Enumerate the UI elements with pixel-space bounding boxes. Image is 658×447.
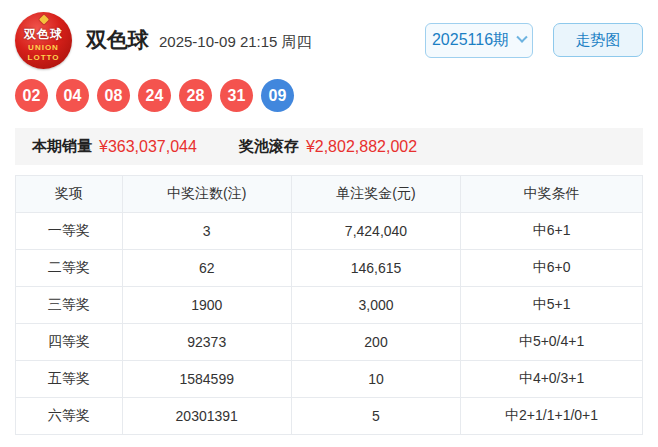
title-block: 双色球 2025-10-09 21:15 周四 <box>86 26 425 54</box>
table-cell: 三等奖 <box>16 287 123 324</box>
table-cell: 10 <box>291 361 460 398</box>
table-cell: 200 <box>291 324 460 361</box>
table-cell: 中4+0/3+1 <box>461 361 643 398</box>
column-header: 单注奖金(元) <box>291 176 460 213</box>
lottery-results-page: 双色球 UNION LOTTO 双色球 2025-10-09 21:15 周四 … <box>0 0 658 447</box>
prize-table-head: 奖项中奖注数(注)单注奖金(元)中奖条件 <box>16 176 643 213</box>
table-cell: 五等奖 <box>16 361 123 398</box>
lantern-icon <box>37 13 50 26</box>
table-row: 三等奖19003,000中5+1 <box>16 287 643 324</box>
logo-text-union: UNION <box>28 43 59 52</box>
draw-datetime: 2025-10-09 21:15 周四 <box>159 33 312 52</box>
table-row: 六等奖203013915中2+1/1+1/0+1 <box>16 398 643 435</box>
lottery-ball-red: 24 <box>138 79 171 112</box>
union-lotto-logo: 双色球 UNION LOTTO <box>15 12 72 69</box>
pool-value: ¥2,802,882,002 <box>306 138 417 156</box>
table-row: 五等奖158459910中4+0/3+1 <box>16 361 643 398</box>
table-cell: 六等奖 <box>16 398 123 435</box>
prize-table: 奖项中奖注数(注)单注奖金(元)中奖条件 一等奖37,424,040中6+1二等… <box>15 175 643 435</box>
page-title: 双色球 <box>86 26 149 54</box>
table-cell: 中5+0/4+1 <box>461 324 643 361</box>
table-cell: 7,424,040 <box>291 213 460 250</box>
table-cell: 四等奖 <box>16 324 123 361</box>
lottery-ball-red: 02 <box>15 79 48 112</box>
lottery-ball-red: 04 <box>56 79 89 112</box>
table-row: 二等奖62146,615中6+0 <box>16 250 643 287</box>
logo-text-lotto: LOTTO <box>28 53 60 62</box>
table-cell: 5 <box>291 398 460 435</box>
lottery-ball-red: 28 <box>179 79 212 112</box>
table-row: 一等奖37,424,040中6+1 <box>16 213 643 250</box>
header-actions: 2025116期 走势图 <box>425 23 643 58</box>
table-cell: 3,000 <box>291 287 460 324</box>
summary-bar: 本期销量 ¥363,037,044 奖池滚存 ¥2,802,882,002 <box>15 128 643 165</box>
table-row: 四等奖92373200中5+0/4+1 <box>16 324 643 361</box>
prize-table-body: 一等奖37,424,040中6+1二等奖62146,615中6+0三等奖1900… <box>16 213 643 435</box>
sales-label: 本期销量 <box>32 137 92 156</box>
table-cell: 中6+1 <box>461 213 643 250</box>
table-cell: 146,615 <box>291 250 460 287</box>
table-cell: 3 <box>122 213 291 250</box>
winning-numbers-row: 02040824283109 <box>0 70 658 112</box>
sales-value: ¥363,037,044 <box>99 138 197 156</box>
header: 双色球 UNION LOTTO 双色球 2025-10-09 21:15 周四 … <box>0 0 658 70</box>
table-cell: 20301391 <box>122 398 291 435</box>
chevron-down-icon <box>516 32 527 43</box>
table-cell: 中6+0 <box>461 250 643 287</box>
issue-selector-label: 2025116期 <box>432 30 509 51</box>
lottery-ball-blue: 09 <box>261 79 294 112</box>
header-row: 奖项中奖注数(注)单注奖金(元)中奖条件 <box>16 176 643 213</box>
table-cell: 一等奖 <box>16 213 123 250</box>
column-header: 中奖条件 <box>461 176 643 213</box>
trend-chart-button[interactable]: 走势图 <box>553 23 643 57</box>
lottery-ball-red: 31 <box>220 79 253 112</box>
table-cell: 62 <box>122 250 291 287</box>
table-cell: 中2+1/1+1/0+1 <box>461 398 643 435</box>
issue-selector-dropdown[interactable]: 2025116期 <box>425 23 533 58</box>
column-header: 中奖注数(注) <box>122 176 291 213</box>
table-cell: 中5+1 <box>461 287 643 324</box>
table-cell: 1584599 <box>122 361 291 398</box>
lottery-ball-red: 08 <box>97 79 130 112</box>
pool-label: 奖池滚存 <box>239 137 299 156</box>
column-header: 奖项 <box>16 176 123 213</box>
table-cell: 1900 <box>122 287 291 324</box>
logo-text-cn: 双色球 <box>24 26 63 43</box>
trend-chart-label: 走势图 <box>576 31 621 50</box>
table-cell: 92373 <box>122 324 291 361</box>
table-cell: 二等奖 <box>16 250 123 287</box>
